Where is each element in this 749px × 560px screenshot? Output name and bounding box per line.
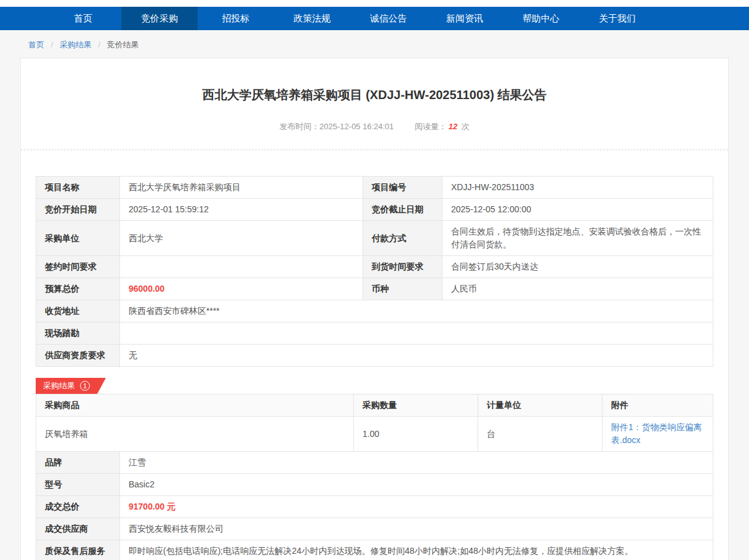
detail-value: 江雪 [120, 452, 713, 474]
table-row: 品牌 江雪 [36, 452, 713, 474]
nav-item-integrity-notice[interactable]: 诚信公告 [350, 7, 427, 30]
result-badge-label: 采购结果 [43, 380, 75, 391]
table-row: 厌氧培养箱 1.00 台 附件1：货物类响应偏离表.docx [36, 417, 713, 452]
column-header: 附件 [603, 394, 713, 417]
detail-value: Basic2 [120, 474, 713, 496]
breadcrumb-current: 竞价结果 [107, 40, 139, 49]
table-row: 现场踏勘 [36, 322, 713, 345]
info-label: 项目名称 [36, 177, 120, 199]
attachment-cell: 附件1：货物类响应偏离表.docx [603, 417, 713, 452]
announcement-header: 西北大学厌氧培养箱采购项目 (XDJJ-HW-202511003) 结果公告 发… [21, 58, 728, 132]
nav-item-policy[interactable]: 政策法规 [274, 7, 350, 30]
info-value: 西北大学厌氧培养箱采购项目 [120, 177, 363, 199]
warranty-service: 即时响应(包括电话响应);电话响应无法解决24小时内到达现场。修复时间48小时内… [120, 540, 713, 560]
deal-supplier: 西安悦友毅科技有限公司 [120, 518, 713, 540]
table-row: 项目名称 西北大学厌氧培养箱采购项目 项目编号 XDJJ-HW-20251100… [36, 177, 713, 199]
info-label: 签约时间要求 [36, 256, 120, 278]
info-value: 人民币 [443, 278, 713, 300]
views-label: 阅读量： [415, 122, 447, 131]
info-value [120, 256, 363, 278]
info-value: 2025-12-05 12:00:00 [443, 199, 713, 221]
breadcrumb: 首页 / 采购结果 / 竞价结果 [0, 30, 749, 58]
result-badge: 采购结果 1 [36, 378, 106, 394]
publish-meta: 发布时间：2025-12-05 16:24:01阅读量：12 次 [36, 121, 713, 132]
nav-item-news[interactable]: 新闻资讯 [427, 7, 503, 30]
info-value: 2025-12-01 15:59:12 [120, 199, 363, 221]
publish-time-label: 发布时间： [279, 122, 319, 131]
main-navigation: 首页 竞价采购 招投标 政策法规 诚信公告 新闻资讯 帮助中心 关于我们 [0, 7, 749, 30]
product-unit: 台 [478, 417, 603, 452]
nav-items: 首页 竞价采购 招投标 政策法规 诚信公告 新闻资讯 帮助中心 关于我们 [45, 7, 749, 30]
info-value: XDJJ-HW-202511003 [443, 177, 713, 199]
column-header: 计量单位 [478, 394, 603, 417]
breadcrumb-home-link[interactable]: 首页 [28, 40, 44, 49]
table-row: 签约时间要求 到货时间要求 合同签订后30天内送达 [36, 256, 713, 278]
column-header: 采购数量 [354, 394, 478, 417]
table-row: 成交供应商 西安悦友毅科技有限公司 [36, 518, 713, 540]
info-label: 币种 [363, 278, 443, 300]
breadcrumb-purchase-results-link[interactable]: 采购结果 [60, 40, 92, 49]
product-name: 厌氧培养箱 [36, 417, 354, 452]
table-row: 竞价开始日期 2025-12-01 15:59:12 竞价截止日期 2025-1… [36, 199, 713, 221]
table-row: 供应商资质要求 无 [36, 345, 713, 367]
info-label: 收货地址 [36, 300, 120, 322]
table-row: 预算总价 96000.00 币种 人民币 [36, 278, 713, 300]
info-value: 合同签订后30天内送达 [443, 256, 713, 278]
column-header: 采购商品 [36, 394, 354, 417]
breadcrumb-separator: / [51, 40, 54, 49]
info-value: 无 [120, 345, 713, 367]
table-row: 成交总价 91700.00 元 [36, 496, 713, 518]
nav-item-about-us[interactable]: 关于我们 [579, 7, 655, 30]
info-value [120, 322, 713, 345]
info-label: 采购单位 [36, 221, 120, 256]
table-row: 质保及售后服务 即时响应(包括电话响应);电话响应无法解决24小时内到达现场。修… [36, 540, 713, 560]
project-info-table: 项目名称 西北大学厌氧培养箱采购项目 项目编号 XDJJ-HW-20251100… [36, 176, 713, 367]
detail-label: 品牌 [36, 452, 120, 474]
top-strip [0, 0, 749, 7]
info-label: 竞价开始日期 [36, 199, 120, 221]
dashed-divider [21, 150, 728, 150]
nav-item-bidding-purchase[interactable]: 竞价采购 [121, 7, 198, 30]
circled-number-icon: 1 [80, 381, 90, 391]
nav-item-tender[interactable]: 招投标 [198, 7, 274, 30]
detail-label: 成交供应商 [36, 518, 120, 540]
table-row: 采购单位 西北大学 付款方式 合同生效后，待货物到达指定地点、安装调试验收合格后… [36, 221, 713, 256]
purchase-result-table: 采购商品 采购数量 计量单位 附件 厌氧培养箱 1.00 台 附件1：货物类响应… [36, 394, 713, 452]
info-label: 竞价截止日期 [363, 199, 443, 221]
table-row: 收货地址 陕西省西安市碑林区**** [36, 300, 713, 322]
announcement-body: 项目名称 西北大学厌氧培养箱采购项目 项目编号 XDJJ-HW-20251100… [21, 176, 728, 560]
table-row: 型号 Basic2 [36, 474, 713, 496]
breadcrumb-separator: / [98, 40, 101, 49]
deal-detail-table: 品牌 江雪 型号 Basic2 成交总价 91700.00 元 成交供应商 西安… [36, 451, 713, 560]
detail-label: 质保及售后服务 [36, 540, 120, 560]
info-label: 项目编号 [363, 177, 443, 199]
info-label: 预算总价 [36, 278, 120, 300]
info-label: 供应商资质要求 [36, 345, 120, 367]
publish-time-value: 2025-12-05 16:24:01 [319, 122, 394, 131]
detail-label: 成交总价 [36, 496, 120, 518]
attachment-link[interactable]: 附件1：货物类响应偏离表.docx [611, 422, 702, 445]
info-value: 陕西省西安市碑林区**** [120, 300, 713, 322]
budget-total-price: 96000.00 [120, 278, 363, 300]
info-value: 西北大学 [120, 221, 363, 256]
nav-item-home[interactable]: 首页 [45, 7, 121, 30]
views-unit: 次 [462, 122, 470, 131]
table-header-row: 采购商品 采购数量 计量单位 附件 [36, 394, 713, 417]
info-label: 现场踏勘 [36, 322, 120, 345]
info-label: 到货时间要求 [363, 256, 443, 278]
info-label: 付款方式 [363, 221, 443, 256]
announcement-card: 西北大学厌氧培养箱采购项目 (XDJJ-HW-202511003) 结果公告 发… [20, 58, 729, 560]
page-title: 西北大学厌氧培养箱采购项目 (XDJJ-HW-202511003) 结果公告 [36, 87, 713, 103]
deal-total-price: 91700.00 元 [120, 496, 713, 518]
nav-item-help-center[interactable]: 帮助中心 [503, 7, 579, 30]
info-value: 合同生效后，待货物到达指定地点、安装调试验收合格后，一次性付清合同货款。 [443, 221, 713, 256]
detail-label: 型号 [36, 474, 120, 496]
product-quantity: 1.00 [354, 417, 478, 452]
views-count: 12 [449, 122, 457, 131]
